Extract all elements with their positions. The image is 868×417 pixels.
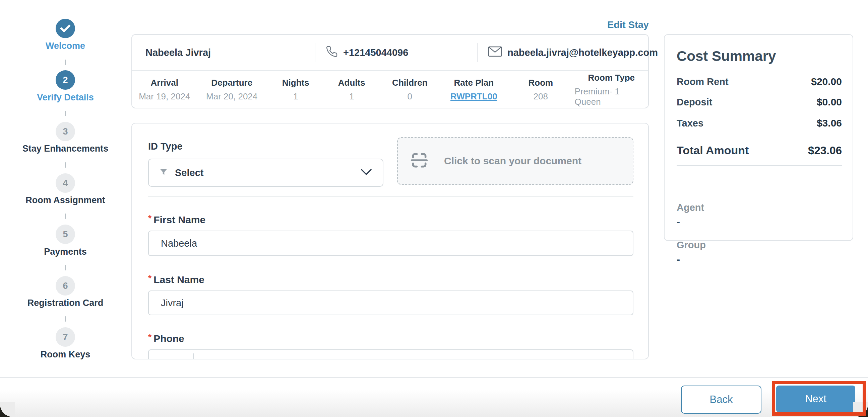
required-mark: *: [148, 273, 152, 283]
step-registration-card-circle[interactable]: 6: [56, 276, 75, 296]
verify-details-form: ID Type Select Click to scan your docume…: [131, 123, 649, 359]
step-welcome-label[interactable]: Welcome: [0, 40, 131, 51]
id-type-label: ID Type: [148, 141, 183, 152]
filter-icon: [159, 167, 168, 178]
step-verify-details-label[interactable]: Verify Details: [0, 92, 131, 103]
step-connector: [65, 265, 66, 270]
scan-icon: [410, 151, 429, 171]
step-welcome-circle[interactable]: [56, 19, 75, 38]
step-room-assignment-circle[interactable]: 4: [56, 173, 75, 193]
group-value: -: [677, 254, 680, 265]
id-type-select[interactable]: Select: [148, 159, 383, 187]
guest-email-value: nabeela.jivraj@hotelkeyapp.com: [507, 47, 658, 58]
cost-row-taxes: Taxes $3.06: [677, 117, 842, 129]
rate-plan-link[interactable]: RWPRTL00: [451, 91, 497, 102]
last-name-label: *Last Name: [148, 273, 205, 285]
required-mark: *: [148, 332, 152, 342]
guest-contact-row: Nabeela Jivraj +12145044096 nabeela.jivr…: [132, 35, 648, 70]
agent-value: -: [677, 216, 680, 228]
divider: [677, 165, 842, 166]
window-corner-left: [0, 402, 15, 417]
step-room-keys-label[interactable]: Room Keys: [0, 349, 131, 360]
stay-detail-adults: Adults 1: [325, 71, 379, 108]
guest-phone-value: +12145044096: [343, 47, 408, 58]
stay-detail-rate-plan: Rate Plan RWPRTL00: [441, 71, 507, 108]
phone-label: *Phone: [148, 332, 184, 344]
next-button[interactable]: Next: [776, 386, 855, 412]
stay-detail-children: Children 0: [379, 71, 441, 108]
stay-detail-arrival: Arrival Mar 19, 2024: [132, 71, 197, 108]
footer-bar: Back Next: [0, 378, 868, 417]
window-corner-right: [853, 402, 868, 417]
guest-name: Nabeela Jivraj: [146, 47, 211, 58]
step-verify-details-circle[interactable]: 2: [56, 70, 75, 90]
email-icon: [488, 46, 502, 59]
phone-number-value: +12145044096: [201, 357, 266, 360]
divider: [148, 197, 633, 197]
guest-email: nabeela.jivraj@hotelkeyapp.com: [488, 46, 658, 59]
phone-country-select[interactable]: US: [161, 357, 186, 360]
step-registration-card-label[interactable]: Registration Card: [0, 297, 131, 309]
first-name-label: *First Name: [148, 213, 206, 225]
chevron-down-icon: [361, 169, 372, 177]
cost-summary-panel: Cost Summary Room Rent $20.00 Deposit $0…: [664, 34, 853, 241]
step-stay-enhancements-label[interactable]: Stay Enhancements: [0, 143, 131, 154]
cost-row-room-rent: Room Rent $20.00: [677, 76, 842, 88]
step-payments-circle[interactable]: 5: [56, 224, 75, 244]
scan-document-button[interactable]: Click to scan your document: [397, 137, 633, 185]
check-icon: [60, 25, 70, 32]
step-connector: [65, 111, 66, 116]
agent-label: Agent: [677, 202, 704, 213]
required-mark: *: [148, 213, 152, 223]
divider: [477, 43, 477, 62]
step-connector: [65, 316, 66, 322]
edit-stay-link[interactable]: Edit Stay: [607, 20, 649, 30]
guest-summary-card: Nabeela Jivraj +12145044096 nabeela.jivr…: [131, 34, 649, 108]
divider: [193, 353, 194, 359]
scan-label: Click to scan your document: [444, 155, 582, 167]
step-stay-enhancements-circle[interactable]: 3: [56, 122, 75, 141]
phone-icon: [326, 45, 338, 60]
cost-summary-title: Cost Summary: [677, 48, 776, 64]
guest-phone: +12145044096: [326, 45, 408, 60]
divider: [315, 43, 315, 62]
stay-detail-nights: Nights 1: [267, 71, 325, 108]
step-connector: [65, 60, 66, 65]
first-name-input[interactable]: [148, 231, 633, 256]
group-label: Group: [677, 240, 706, 251]
stay-detail-room: Room 208: [507, 71, 575, 108]
cost-row-deposit: Deposit $0.00: [677, 96, 842, 108]
stay-detail-departure: Departure Mar 20, 2024: [197, 71, 267, 108]
phone-input[interactable]: US +12145044096: [148, 349, 633, 359]
step-connector: [65, 162, 66, 168]
step-connector: [65, 213, 66, 219]
stay-details-row: Arrival Mar 19, 2024 Departure Mar 20, 2…: [132, 71, 648, 108]
step-room-keys-circle[interactable]: 7: [56, 327, 75, 347]
step-payments-label[interactable]: Payments: [0, 246, 131, 257]
stay-detail-room-type: Room Type Premium- 1 Queen: [575, 71, 648, 108]
back-button[interactable]: Back: [681, 386, 762, 414]
last-name-input[interactable]: [148, 290, 633, 315]
id-type-select-value: Select: [175, 167, 361, 178]
cost-row-total: Total Amount $23.06: [677, 144, 842, 157]
checkin-stepper: Welcome 2 Verify Details 3 Stay Enhancem…: [0, 0, 131, 368]
step-room-assignment-label[interactable]: Room Assignment: [0, 195, 131, 206]
